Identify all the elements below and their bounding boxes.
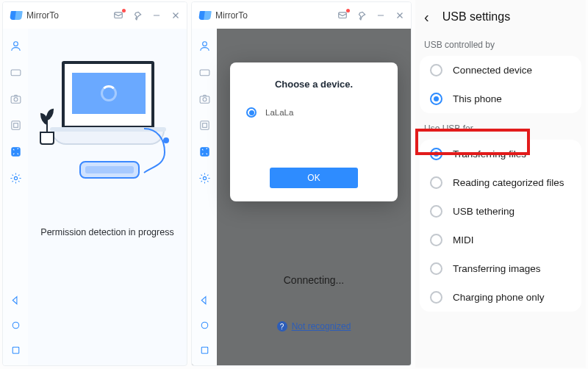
svg-rect-16 xyxy=(12,347,19,354)
svg-rect-27 xyxy=(202,123,207,127)
settings-header: ‹ USB settings xyxy=(415,0,586,34)
radio-selected-icon xyxy=(430,93,442,105)
nav-home-icon[interactable] xyxy=(198,318,211,332)
radio-icon xyxy=(430,234,442,246)
option-midi[interactable]: MIDI xyxy=(420,226,581,254)
option-label: USB tethering xyxy=(453,206,514,217)
nav-recent-icon[interactable] xyxy=(9,343,22,357)
svg-rect-31 xyxy=(201,347,208,354)
svg-rect-23 xyxy=(200,69,209,75)
help-icon[interactable]: ? xyxy=(277,321,287,332)
sidebar-settings-icon[interactable] xyxy=(198,171,211,184)
option-label: Connected device xyxy=(453,65,532,76)
connecting-status: Connecting... xyxy=(217,274,411,286)
status-caption: Permission detection in progress xyxy=(40,227,173,237)
not-recognized-link[interactable]: Not recognized xyxy=(292,321,351,332)
device-stage: Choose a device. LaLaLa OK Connecting...… xyxy=(217,29,411,365)
device-option-label: LaLaLa xyxy=(265,108,293,117)
svg-rect-28 xyxy=(200,147,208,155)
modal-title: Choose a device. xyxy=(245,79,383,90)
sidebar xyxy=(192,29,217,365)
titlebar: MirrorTo xyxy=(3,2,187,29)
sidebar-expand-icon[interactable] xyxy=(198,145,211,158)
sidebar-camera-icon[interactable] xyxy=(198,92,211,105)
option-transferring-files[interactable]: Transferring files xyxy=(420,140,581,168)
svg-point-25 xyxy=(203,97,207,101)
pin-icon[interactable] xyxy=(356,10,367,21)
notifications-icon[interactable] xyxy=(337,10,348,21)
use-usb-for-list: Transferring files Reading categorized f… xyxy=(420,140,581,312)
svg-point-14 xyxy=(14,176,17,179)
page-title: USB settings xyxy=(442,10,510,24)
radio-icon xyxy=(430,205,442,218)
svg-point-10 xyxy=(14,97,18,101)
radio-icon xyxy=(430,262,442,275)
sidebar-user-icon[interactable] xyxy=(9,39,22,52)
spinner-icon xyxy=(101,85,117,101)
svg-point-4 xyxy=(13,41,18,46)
app-window-permission: MirrorTo xyxy=(2,1,187,366)
option-connected-device[interactable]: Connected device xyxy=(420,56,581,85)
sidebar-keyboard-icon[interactable] xyxy=(9,65,22,79)
option-usb-tethering[interactable]: USB tethering xyxy=(420,197,581,226)
radio-selected-icon xyxy=(430,148,442,160)
sidebar-settings-icon[interactable] xyxy=(9,171,22,184)
option-reading-categorized[interactable]: Reading categorized files xyxy=(420,168,581,197)
sidebar-camera-icon[interactable] xyxy=(9,92,22,105)
connect-illustration xyxy=(34,57,181,196)
main-content: Permission detection in progress xyxy=(28,29,187,365)
radio-icon xyxy=(430,64,442,76)
android-usb-settings: ‹ USB settings USB controlled by Connect… xyxy=(415,0,586,368)
titlebar: MirrorTo xyxy=(192,2,411,29)
svg-point-29 xyxy=(203,176,206,179)
option-label: Transferring files xyxy=(453,148,526,160)
sidebar-screenshot-icon[interactable] xyxy=(198,118,211,132)
svg-rect-5 xyxy=(11,69,21,75)
section-label-controlled-by: USB controlled by xyxy=(415,34,586,54)
notifications-icon[interactable] xyxy=(113,10,123,21)
sidebar xyxy=(3,29,28,365)
section-label-use-usb-for: Use USB for xyxy=(415,118,586,138)
minimize-icon[interactable] xyxy=(151,10,162,21)
sidebar-expand-icon[interactable] xyxy=(9,145,22,158)
back-icon[interactable]: ‹ xyxy=(421,9,432,26)
sidebar-screenshot-icon[interactable] xyxy=(9,118,22,132)
radio-icon xyxy=(430,291,442,304)
option-label: Transferring images xyxy=(453,263,541,274)
app-logo-icon xyxy=(199,10,211,21)
not-recognized-row: ?Not recognized xyxy=(217,321,411,332)
radio-selected-icon xyxy=(246,107,257,118)
controlled-by-list: Connected device This phone xyxy=(420,56,581,113)
app-logo-icon xyxy=(10,10,22,21)
svg-rect-26 xyxy=(200,121,208,129)
nav-home-icon[interactable] xyxy=(9,318,22,332)
app-title: MirrorTo xyxy=(26,10,59,21)
option-this-phone[interactable]: This phone xyxy=(420,85,581,113)
choose-device-modal: Choose a device. LaLaLa OK xyxy=(230,62,398,201)
nav-back-icon[interactable] xyxy=(9,293,22,307)
close-icon[interactable] xyxy=(171,10,181,21)
close-icon[interactable] xyxy=(395,10,405,21)
option-charging-only[interactable]: Charging phone only xyxy=(420,283,581,312)
ok-button[interactable]: OK xyxy=(270,168,358,188)
app-title: MirrorTo xyxy=(215,10,248,21)
app-window-choose-device: MirrorTo xyxy=(191,1,412,366)
nav-back-icon[interactable] xyxy=(198,293,211,307)
device-option[interactable]: LaLaLa xyxy=(245,104,383,121)
option-label: MIDI xyxy=(453,234,474,246)
option-label: This phone xyxy=(453,93,502,104)
svg-rect-13 xyxy=(11,147,19,155)
option-label: Charging phone only xyxy=(453,292,545,303)
svg-point-17 xyxy=(164,138,168,143)
svg-rect-12 xyxy=(13,123,18,127)
pin-icon[interactable] xyxy=(132,10,143,21)
option-transferring-images[interactable]: Transferring images xyxy=(420,254,581,283)
radio-icon xyxy=(430,176,442,189)
sidebar-user-icon[interactable] xyxy=(198,39,211,52)
sidebar-keyboard-icon[interactable] xyxy=(198,65,211,79)
svg-point-30 xyxy=(201,322,208,329)
svg-point-22 xyxy=(202,41,207,46)
svg-rect-0 xyxy=(115,12,123,18)
nav-recent-icon[interactable] xyxy=(198,343,211,357)
minimize-icon[interactable] xyxy=(376,10,386,21)
